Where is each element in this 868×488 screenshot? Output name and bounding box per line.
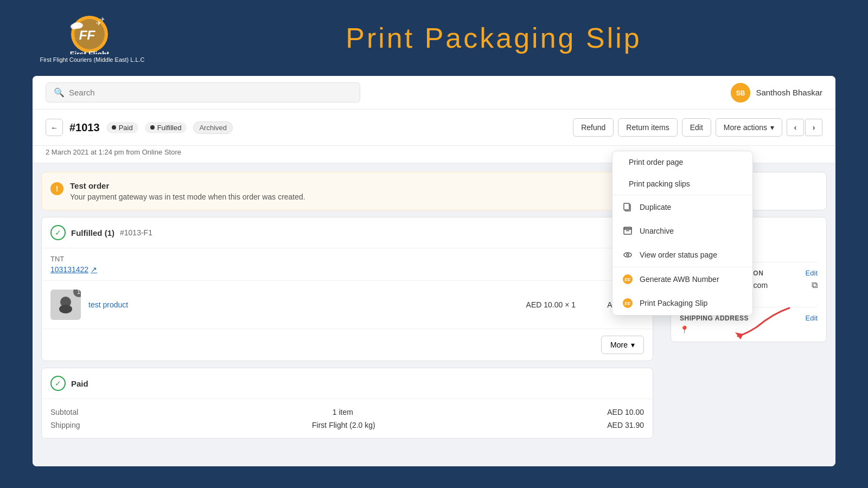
tracking-carrier: TNT bbox=[50, 255, 644, 263]
product-price: AED 10.00 × 1 bbox=[526, 300, 576, 309]
map-pin-icon: 📍 bbox=[680, 325, 689, 334]
warning-card: ! Test order Your payment gateway was in… bbox=[41, 172, 653, 210]
shipping-edit-link[interactable]: Edit bbox=[806, 314, 818, 322]
more-actions-button[interactable]: More actions ▾ bbox=[716, 118, 782, 137]
search-icon: 🔍 bbox=[54, 87, 65, 98]
company-logo: FF ✈ ✈ First Flight bbox=[62, 14, 122, 54]
user-name: Santhosh Bhaskar bbox=[756, 88, 822, 97]
fulfilled-card: ✓ Fulfilled (1) #1013-F1 TNT 103131422 ↗ bbox=[41, 217, 653, 361]
user-area: SB Santhosh Bhaskar bbox=[731, 83, 822, 102]
shipping-label: Shipping bbox=[50, 421, 80, 429]
svg-text:✈: ✈ bbox=[100, 16, 105, 22]
svg-text:SB: SB bbox=[736, 89, 745, 97]
product-image: 1 bbox=[50, 290, 81, 320]
svg-point-18 bbox=[627, 254, 629, 256]
dropdown-item-unarchive[interactable]: Unarchive bbox=[612, 219, 752, 243]
duplicate-icon bbox=[622, 202, 633, 213]
fulfilled-badge: Fulfilled bbox=[145, 122, 187, 133]
user-avatar: SB bbox=[731, 83, 750, 102]
eye-icon bbox=[622, 249, 633, 260]
svg-text:FF: FF bbox=[625, 277, 631, 282]
product-name[interactable]: test product bbox=[88, 300, 519, 309]
more-actions-dropdown: Print order page Print packing slips Dup… bbox=[612, 151, 753, 316]
svg-text:FF: FF bbox=[625, 301, 631, 306]
tracking-number[interactable]: 103131422 ↗ bbox=[50, 265, 644, 274]
return-items-button[interactable]: Return items bbox=[618, 118, 677, 137]
shipping-address-icon-row: 📍 bbox=[680, 325, 818, 334]
dropdown-arrow-icon: ▾ bbox=[631, 341, 635, 349]
fulfilled-check-icon: ✓ bbox=[50, 225, 66, 240]
header: FF ✈ ✈ First Flight First Flight Courier… bbox=[0, 0, 868, 76]
fulfilled-id: #1013-F1 bbox=[120, 228, 152, 237]
warning-title: Test order bbox=[70, 181, 305, 190]
contact-edit-link[interactable]: Edit bbox=[806, 269, 818, 277]
subtotal-label: Subtotal bbox=[50, 408, 78, 416]
next-order-button[interactable]: › bbox=[805, 119, 822, 136]
prev-order-button[interactable]: ‹ bbox=[787, 119, 804, 136]
logo-company-text: First Flight Couriers (Middle East) L.L.… bbox=[40, 56, 144, 63]
svg-text:First Flight: First Flight bbox=[70, 50, 110, 54]
svg-point-17 bbox=[624, 253, 631, 257]
dropdown-item-print-packaging[interactable]: FF Print Packaging Slip bbox=[612, 291, 752, 315]
archive-icon bbox=[622, 226, 633, 236]
search-bar[interactable]: 🔍 bbox=[46, 82, 360, 102]
fulfilled-title: Fulfilled (1) bbox=[71, 228, 114, 237]
product-row: 1 test product AED 10.00 × 1 AED 10.00 bbox=[42, 281, 653, 329]
svg-rect-13 bbox=[624, 203, 629, 210]
order-number: #1013 bbox=[69, 121, 100, 134]
shipping-value: AED 31.90 bbox=[607, 421, 644, 429]
page-title: Print Packaging Slip bbox=[152, 22, 835, 54]
external-link-icon: ↗ bbox=[91, 265, 97, 274]
dropdown-item-view-status[interactable]: View order status page bbox=[612, 243, 752, 267]
dropdown-item-print-order[interactable]: Print order page bbox=[612, 151, 752, 173]
refund-button[interactable]: Refund bbox=[573, 118, 614, 137]
fulfilled-dot bbox=[150, 125, 155, 130]
tracking-info: TNT 103131422 ↗ bbox=[42, 248, 653, 281]
svg-point-6 bbox=[71, 24, 78, 29]
dropdown-item-print-packing[interactable]: Print packing slips bbox=[612, 173, 752, 195]
left-panel: ! Test order Your payment gateway was in… bbox=[33, 163, 662, 466]
back-button[interactable]: ← bbox=[46, 119, 63, 136]
paid-dot bbox=[112, 125, 116, 130]
top-nav: 🔍 SB Santhosh Bhaskar bbox=[33, 76, 835, 110]
shipping-detail: First Flight (2.0 kg) bbox=[312, 421, 375, 429]
more-button[interactable]: More ▾ bbox=[601, 336, 644, 354]
paid-badge: Paid bbox=[106, 122, 138, 133]
dropdown-item-duplicate[interactable]: Duplicate bbox=[612, 195, 752, 219]
order-header: ← #1013 Paid Fulfilled Archived Refund R… bbox=[33, 110, 835, 146]
warning-description: Your payment gateway was in test mode wh… bbox=[70, 192, 305, 201]
archived-badge: Archived bbox=[193, 121, 233, 134]
order-summary: Subtotal 1 item AED 10.00 Shipping First… bbox=[42, 399, 653, 438]
order-actions: Refund Return items Edit More actions ▾ … bbox=[573, 118, 822, 137]
dropdown-item-generate-awb[interactable]: FF Generate AWB Number bbox=[612, 267, 752, 291]
paid-check-icon: ✓ bbox=[50, 376, 66, 391]
brand-icon-awb: FF bbox=[622, 274, 633, 285]
paid-header: ✓ Paid bbox=[42, 368, 653, 399]
svg-point-11 bbox=[59, 305, 72, 313]
paid-card: ✓ Paid Subtotal 1 item AED 10.00 Shippin… bbox=[41, 368, 653, 439]
shipping-row: Shipping First Flight (2.0 kg) AED 31.90 bbox=[50, 419, 644, 432]
search-input[interactable] bbox=[69, 88, 352, 97]
edit-button[interactable]: Edit bbox=[682, 118, 711, 137]
svg-text:FF: FF bbox=[78, 28, 97, 42]
subtotal-value: AED 10.00 bbox=[607, 408, 644, 416]
warning-content: Test order Your payment gateway was in t… bbox=[70, 181, 305, 201]
copy-icon[interactable]: ⧉ bbox=[812, 280, 818, 290]
subtotal-row: Subtotal 1 item AED 10.00 bbox=[50, 406, 644, 419]
brand-icon-packaging: FF bbox=[622, 298, 633, 309]
main-container: 🔍 SB Santhosh Bhaskar ← #1013 Paid Fulfi… bbox=[33, 76, 835, 466]
warning-icon: ! bbox=[50, 182, 63, 195]
subtotal-items: 1 item bbox=[333, 408, 353, 416]
paid-title: Paid bbox=[71, 379, 88, 388]
logo-area: FF ✈ ✈ First Flight First Flight Courier… bbox=[33, 14, 152, 63]
nav-arrows: ‹ › bbox=[787, 119, 822, 136]
fulfilled-header: ✓ Fulfilled (1) #1013-F1 bbox=[42, 217, 653, 248]
more-button-row: More ▾ bbox=[42, 329, 653, 361]
chevron-down-icon: ▾ bbox=[770, 123, 774, 132]
